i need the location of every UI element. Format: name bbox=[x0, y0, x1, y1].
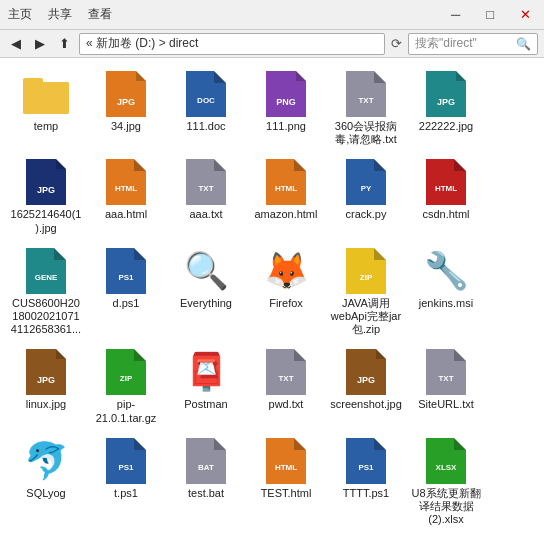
up-button[interactable]: ⬆ bbox=[54, 33, 75, 54]
file-item[interactable]: PNG 111.png bbox=[248, 66, 324, 150]
file-label: t.ps1 bbox=[114, 487, 138, 500]
file-icon: HTML bbox=[262, 437, 310, 485]
svg-text:DOC: DOC bbox=[197, 96, 215, 105]
svg-marker-4 bbox=[136, 71, 146, 81]
file-icon: JPG bbox=[342, 348, 390, 396]
file-item[interactable]: PS1 d.ps1 bbox=[88, 243, 164, 341]
svg-marker-43 bbox=[374, 248, 386, 260]
file-label: TTTT.ps1 bbox=[343, 487, 389, 500]
file-item[interactable]: PS1 t.ps1 bbox=[88, 433, 164, 525]
file-label: test.bat bbox=[188, 487, 224, 500]
search-box[interactable]: 搜索"direct" 🔍 bbox=[408, 33, 538, 55]
file-item[interactable]: HTML amazon.html bbox=[248, 154, 324, 238]
file-item[interactable]: TXT 360会误报病毒,请忽略.txt bbox=[328, 66, 404, 150]
file-icon: 🦊 bbox=[262, 247, 310, 295]
navigation-toolbar: ◀ ▶ ⬆ « 新加卷 (D:) > direct ⟳ 搜索"direct" 🔍 bbox=[0, 30, 544, 58]
file-label: jenkins.msi bbox=[419, 297, 473, 310]
file-item[interactable]: JPG 222222.jpg bbox=[408, 66, 484, 150]
svg-marker-64 bbox=[214, 438, 226, 450]
close-button[interactable]: ✕ bbox=[515, 4, 536, 25]
file-item[interactable]: HTML csdn.html bbox=[408, 154, 484, 238]
file-item[interactable]: JPG linux.jpg bbox=[8, 344, 84, 428]
maximize-button[interactable]: □ bbox=[481, 4, 499, 25]
file-icon: ZIP bbox=[102, 348, 150, 396]
file-item[interactable]: TXT aaa.txt bbox=[168, 154, 244, 238]
file-icon: PS1 bbox=[342, 437, 390, 485]
svg-text:HTML: HTML bbox=[115, 184, 137, 193]
address-bar[interactable]: « 新加卷 (D:) > direct bbox=[79, 33, 385, 55]
file-item[interactable]: 📮Postman bbox=[168, 344, 244, 428]
svg-text:HTML: HTML bbox=[275, 184, 297, 193]
file-item[interactable]: XLSX U8系统更新翻译结果数据(2).xlsx bbox=[408, 433, 484, 525]
svg-marker-55 bbox=[376, 349, 386, 359]
svg-marker-34 bbox=[454, 159, 466, 171]
address-text: « 新加卷 (D:) > direct bbox=[86, 35, 198, 52]
forward-button[interactable]: ▶ bbox=[30, 33, 50, 54]
file-item[interactable]: HTML aaa.html bbox=[88, 154, 164, 238]
file-label: SQLyog bbox=[26, 487, 65, 500]
file-item[interactable]: JPG 1625214640(1).jpg bbox=[8, 154, 84, 238]
svg-text:PY: PY bbox=[361, 184, 372, 193]
refresh-button[interactable]: ⟳ bbox=[389, 34, 404, 53]
file-icon: DOC bbox=[182, 70, 230, 118]
file-item[interactable]: 🐬SQLyog bbox=[8, 433, 84, 525]
file-label: screenshot.jpg bbox=[330, 398, 402, 411]
file-item[interactable]: ZIP JAVA调用webApi完整jar包.zip bbox=[328, 243, 404, 341]
search-icon: 🔍 bbox=[516, 37, 531, 51]
svg-marker-49 bbox=[134, 349, 146, 361]
minimize-button[interactable]: ─ bbox=[446, 4, 465, 25]
file-label: temp bbox=[34, 120, 58, 133]
file-icon: PNG bbox=[262, 70, 310, 118]
svg-text:ZIP: ZIP bbox=[120, 374, 133, 383]
file-icon: GENE bbox=[22, 247, 70, 295]
svg-marker-19 bbox=[56, 159, 66, 169]
svg-marker-10 bbox=[296, 71, 306, 81]
svg-marker-73 bbox=[454, 438, 466, 450]
search-placeholder: 搜索"direct" bbox=[415, 35, 477, 52]
file-icon: PY bbox=[342, 158, 390, 206]
file-label: Postman bbox=[184, 398, 227, 411]
file-item[interactable]: JPG 34.jpg bbox=[88, 66, 164, 150]
file-item[interactable]: PS1 TTTT.ps1 bbox=[328, 433, 404, 525]
file-item[interactable]: TXT pwd.txt bbox=[248, 344, 324, 428]
file-label: CUS8600H20180020210714112658361... bbox=[10, 297, 82, 337]
file-item[interactable]: temp bbox=[8, 66, 84, 150]
svg-marker-40 bbox=[134, 248, 146, 260]
file-item[interactable]: HTML TEST.html bbox=[248, 433, 324, 525]
file-label: SiteURL.txt bbox=[418, 398, 474, 411]
menu-home[interactable]: 主页 bbox=[8, 6, 32, 23]
file-icon: 📮 bbox=[182, 348, 230, 396]
file-item[interactable]: BAT test.bat bbox=[168, 433, 244, 525]
file-icon: JPG bbox=[102, 70, 150, 118]
svg-text:TXT: TXT bbox=[278, 374, 293, 383]
file-icon: 🔧 bbox=[422, 247, 470, 295]
file-item[interactable]: JPG screenshot.jpg bbox=[328, 344, 404, 428]
file-item[interactable]: 🔍Everything bbox=[168, 243, 244, 341]
file-icon: HTML bbox=[102, 158, 150, 206]
file-item[interactable]: GENE CUS8600H20180020210714112658361... bbox=[8, 243, 84, 341]
file-label: Everything bbox=[180, 297, 232, 310]
file-label: 222222.jpg bbox=[419, 120, 473, 133]
svg-text:HTML: HTML bbox=[275, 463, 297, 472]
file-label: aaa.html bbox=[105, 208, 147, 221]
file-item[interactable]: ZIP pip-21.0.1.tar.gz bbox=[88, 344, 164, 428]
file-item[interactable]: TXT SiteURL.txt bbox=[408, 344, 484, 428]
file-item[interactable]: 🔧jenkins.msi bbox=[408, 243, 484, 341]
file-icon: HTML bbox=[422, 158, 470, 206]
back-button[interactable]: ◀ bbox=[6, 33, 26, 54]
file-icon bbox=[22, 70, 70, 118]
svg-marker-13 bbox=[374, 71, 386, 83]
file-icon: TXT bbox=[182, 158, 230, 206]
file-label: 360会误报病毒,请忽略.txt bbox=[330, 120, 402, 146]
file-item[interactable]: PY crack.py bbox=[328, 154, 404, 238]
menu-share[interactable]: 共享 bbox=[48, 6, 72, 23]
svg-text:JPG: JPG bbox=[117, 97, 135, 107]
file-item[interactable]: 🦊Firefox bbox=[248, 243, 324, 341]
svg-marker-7 bbox=[214, 71, 226, 83]
svg-text:PNG: PNG bbox=[276, 97, 296, 107]
file-item[interactable]: DOC 111.doc bbox=[168, 66, 244, 150]
file-label: linux.jpg bbox=[26, 398, 66, 411]
menu-view[interactable]: 查看 bbox=[88, 6, 112, 23]
file-icon: PS1 bbox=[102, 247, 150, 295]
file-icon: 🐬 bbox=[22, 437, 70, 485]
